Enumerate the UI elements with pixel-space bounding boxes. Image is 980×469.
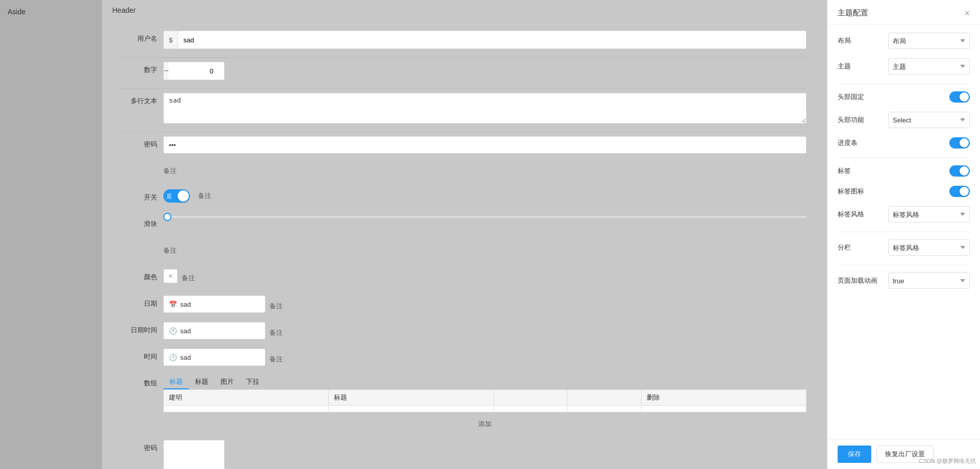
username-control: $ <box>163 31 806 49</box>
toggle-track: 是 <box>163 189 190 203</box>
panel-header: 主题配置 × <box>827 0 980 24</box>
header-fixed-control <box>870 91 970 103</box>
progress-label: 进度条 <box>838 138 857 147</box>
progress-control <box>864 137 970 149</box>
switch-row: 开关 是 备注 <box>122 189 806 208</box>
add-button[interactable]: 添加 <box>468 416 502 432</box>
tag-icon-toggle[interactable] <box>949 186 970 197</box>
datetime-row: 日期时间 🕐 sad 备注 <box>122 322 806 340</box>
number-stepper: − + <box>163 62 225 80</box>
header-fixed-thumb <box>960 92 969 102</box>
array-table-header: 建明 标题 删除 <box>164 390 806 406</box>
animation-control: true <box>884 273 970 289</box>
datetime-remark: 备注 <box>270 325 283 337</box>
tag-style-select[interactable]: 标签风格 <box>888 206 970 223</box>
layout-select[interactable]: 布局 <box>888 33 970 49</box>
textarea-row: 多行文本 sad <box>122 93 806 124</box>
array-tab-1[interactable]: 标题 <box>189 375 214 389</box>
col-delete: 删除 <box>641 390 806 406</box>
datetime-input-wrap[interactable]: 🕐 sad <box>163 322 265 339</box>
progress-toggle[interactable] <box>949 137 970 149</box>
progress-row: 进度条 <box>838 137 970 149</box>
password-control <box>163 136 806 154</box>
time-label: 时间 <box>122 349 163 361</box>
column-select[interactable]: 标签风格 <box>888 239 970 256</box>
column-label: 分栏 <box>838 243 851 252</box>
tag-control <box>857 165 970 177</box>
tag-icon-label: 标签图标 <box>838 187 864 196</box>
date-value: sad <box>180 301 191 308</box>
time-remark: 备注 <box>270 351 283 364</box>
password-remark-row: 备注 <box>122 163 806 181</box>
username-input-wrap: $ <box>163 31 806 49</box>
clock-icon: 🕐 <box>169 327 177 335</box>
date-row: 日期 📅 sad 备注 <box>122 295 806 314</box>
textarea-control: sad <box>163 93 806 124</box>
panel-body: 布局 布局 主题 主题 头部固定 <box>827 24 980 439</box>
color-label: 颜色 <box>122 269 163 282</box>
tag-style-row: 标签风格 标签风格 <box>838 206 970 223</box>
textarea-label: 多行文本 <box>122 93 163 106</box>
theme-row: 主题 主题 <box>838 58 970 75</box>
textarea-input[interactable]: sad <box>163 93 806 124</box>
tag-style-control: 标签风格 <box>870 206 970 223</box>
panel-close-button[interactable]: × <box>964 9 970 18</box>
array-label: 数组 <box>122 375 163 388</box>
array-tab-0[interactable]: 标题 <box>163 375 189 389</box>
switch-label: 开关 <box>122 189 163 202</box>
header-label: Header <box>112 6 136 14</box>
decrement-button[interactable]: − <box>164 62 168 80</box>
slider-input[interactable] <box>163 216 806 218</box>
cell-delete <box>641 406 806 412</box>
password-input[interactable] <box>163 136 806 154</box>
toggle-switch[interactable]: 是 <box>163 189 190 203</box>
switch-remark: 备注 <box>198 191 211 201</box>
number-row: 数字 − + <box>122 62 806 80</box>
password-remark-spacer <box>122 163 163 166</box>
tag-icon-row: 标签图标 <box>838 186 970 197</box>
tag-icon-track <box>949 186 970 197</box>
main-area: Header 用户名 $ 数字 − <box>102 0 827 469</box>
tag-toggle[interactable] <box>949 165 970 177</box>
date-input-wrap[interactable]: 📅 sad <box>163 295 265 313</box>
animation-select[interactable]: true <box>888 273 970 289</box>
array-table: 建明 标题 删除 <box>163 389 806 412</box>
col-empty2 <box>568 390 641 406</box>
header-fixed-track <box>949 91 970 103</box>
tag-label: 标签 <box>838 166 851 176</box>
form-container: 用户名 $ 数字 − + <box>102 31 827 469</box>
layout-control: 布局 <box>857 33 970 49</box>
header-func-control: Select <box>870 112 970 128</box>
color-swatch[interactable]: ✕ <box>163 269 178 283</box>
theme-select[interactable]: 主题 <box>888 58 970 75</box>
password-row: 密码 <box>122 136 806 155</box>
toggle-thumb <box>178 190 189 202</box>
upload-row: 密码 上传 <box>122 440 806 469</box>
number-input[interactable] <box>168 62 225 80</box>
slider-row: 滑块 <box>122 216 806 234</box>
number-control: − + <box>163 62 806 80</box>
aside-label: Aside <box>8 8 26 16</box>
theme-label: 主题 <box>838 62 851 71</box>
upload-label: 密码 <box>122 440 163 453</box>
slider-control <box>163 216 806 218</box>
column-row: 分栏 标签风格 <box>838 239 970 256</box>
time-row: 时间 🕐 sad 备注 <box>122 349 806 367</box>
datetime-label: 日期时间 <box>122 322 163 335</box>
animation-row: 页面加载动画 true <box>838 273 970 289</box>
username-prefix: $ <box>164 31 178 48</box>
time-control: 🕐 sad 备注 <box>163 349 806 366</box>
header-fixed-row: 头部固定 <box>838 91 970 103</box>
header-bar: Header <box>102 0 827 20</box>
time-input-wrap[interactable]: 🕐 sad <box>163 349 265 366</box>
header-func-select[interactable]: Select <box>888 112 970 128</box>
array-tab-2[interactable]: 图片 <box>214 375 240 389</box>
header-fixed-toggle[interactable] <box>949 91 970 103</box>
username-input[interactable] <box>178 31 806 48</box>
save-button[interactable]: 保存 <box>838 446 871 463</box>
cell-4 <box>568 406 641 412</box>
password-label: 密码 <box>122 136 163 149</box>
array-tab-3[interactable]: 下拉 <box>240 375 265 389</box>
slider-remark: 备注 <box>163 242 177 255</box>
tag-style-label: 标签风格 <box>838 210 864 219</box>
